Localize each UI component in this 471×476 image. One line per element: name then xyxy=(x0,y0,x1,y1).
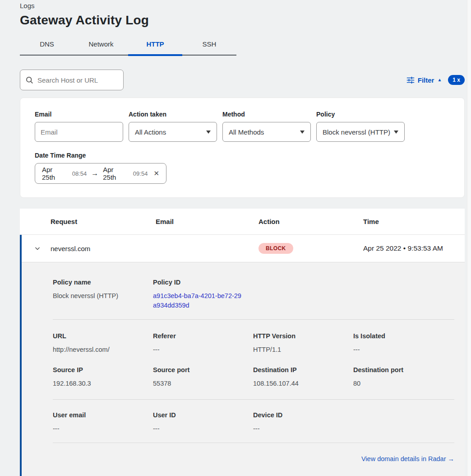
detail-value: HTTP/1.1 xyxy=(253,345,353,355)
filter-sliders-icon xyxy=(406,77,415,84)
detail-value: --- xyxy=(253,424,353,434)
row-details-panel: Policy name Block neverssl (HTTP) Policy… xyxy=(22,262,465,476)
detail-value: --- xyxy=(153,345,253,355)
search-box[interactable] xyxy=(20,70,124,90)
tab-network[interactable]: Network xyxy=(74,35,128,55)
table-row[interactable]: neverssl.com BLOCK Apr 25 2022 • 9:53:53… xyxy=(22,235,465,262)
detail-label: Policy name xyxy=(53,279,153,286)
action-taken-label: Action taken xyxy=(129,111,217,118)
policy-id-link[interactable]: a91c3eb4-ba7a-4201-be72-29a934dd359d xyxy=(153,291,243,310)
arrow-right-icon: → xyxy=(91,169,98,177)
detail-value: 108.156.107.44 xyxy=(253,379,353,388)
page-scrollbar[interactable] xyxy=(467,0,471,476)
detail-label: HTTP Version xyxy=(253,332,353,340)
detail-value: --- xyxy=(153,424,253,434)
caret-up-icon: ▲ xyxy=(437,78,442,82)
user-section: User email --- User ID --- Device ID --- xyxy=(53,400,454,434)
filter-field-action-taken: Action taken All Actions xyxy=(129,111,217,142)
filter-panel: Email Action taken All Actions Method Al… xyxy=(20,98,465,198)
detail-value: 192.168.30.3 xyxy=(53,379,153,388)
block-status-badge: BLOCK xyxy=(259,243,293,254)
column-header-email: Email xyxy=(156,218,259,225)
clear-date-range-icon[interactable]: ✕ xyxy=(153,169,159,177)
detail-value: --- xyxy=(353,345,454,355)
detail-field-source-port: Source port 55378 xyxy=(153,366,253,388)
row-time-cell: Apr 25 2022 • 9:53:53 AM xyxy=(363,244,465,252)
policy-select[interactable]: Block neverssl (HTTP) xyxy=(316,122,405,142)
filter-count-badge[interactable]: 1 x xyxy=(448,75,465,85)
detail-label: User ID xyxy=(153,411,253,419)
row-action-cell: BLOCK xyxy=(259,243,363,254)
action-taken-value: All Actions xyxy=(135,128,166,136)
filter-field-date-range: Date Time Range Apr 25th 08:54 → Apr 25t… xyxy=(35,152,450,184)
filter-field-email: Email xyxy=(35,111,123,142)
detail-field-destination-port: Destination port 80 xyxy=(353,366,454,388)
page-content: Logs Gateway Activity Log DNS Network HT… xyxy=(0,0,471,476)
detail-value: --- xyxy=(53,424,153,434)
chevron-down-icon xyxy=(206,131,211,134)
row-expand-toggle[interactable] xyxy=(22,245,51,252)
tab-bar: DNS Network HTTP SSH xyxy=(20,35,236,56)
detail-field-destination-ip: Destination IP 108.156.107.44 xyxy=(253,366,353,388)
detail-label: URL xyxy=(53,332,153,340)
column-header-request: Request xyxy=(51,218,156,225)
page-title: Gateway Activity Log xyxy=(20,13,465,28)
detail-label: Source IP xyxy=(53,366,153,373)
detail-field-user-email: User email --- xyxy=(53,411,153,434)
detail-label: Destination port xyxy=(353,366,454,373)
start-date: Apr 25th xyxy=(42,166,68,181)
detail-field-policy-name: Policy name Block neverssl (HTTP) xyxy=(53,279,153,310)
filter-fields-row: Email Action taken All Actions Method Al… xyxy=(35,111,450,142)
chevron-down-icon xyxy=(34,245,41,252)
request-section: URL http://neverssl.com/ Referer --- HTT… xyxy=(53,320,454,355)
filter-field-policy: Policy Block neverssl (HTTP) xyxy=(316,111,405,142)
breadcrumb: Logs xyxy=(20,0,465,9)
search-icon xyxy=(26,76,33,84)
date-range-picker[interactable]: Apr 25th 08:54 → Apr 25th 09:54 ✕ xyxy=(35,163,166,184)
network-section: Source IP 192.168.30.3 Source port 55378… xyxy=(53,355,454,388)
detail-value: Block neverssl (HTTP) xyxy=(53,291,153,301)
filter-field-method: Method All Methods xyxy=(222,111,311,142)
detail-value: http://neverssl.com/ xyxy=(53,345,153,355)
method-value: All Methods xyxy=(229,128,264,136)
detail-label: Referer xyxy=(153,332,253,340)
chevron-down-icon xyxy=(300,131,305,134)
detail-field-user-id: User ID --- xyxy=(153,411,253,434)
filter-label: Filter xyxy=(418,76,434,84)
tab-dns[interactable]: DNS xyxy=(20,35,74,55)
filter-controls: Filter ▲ 1 x xyxy=(406,75,465,85)
search-filter-row: Filter ▲ 1 x xyxy=(20,70,465,90)
date-range-label: Date Time Range xyxy=(35,152,450,159)
policy-value: Block neverssl (HTTP) xyxy=(323,128,390,136)
chevron-down-icon xyxy=(394,131,398,134)
tab-http[interactable]: HTTP xyxy=(128,35,182,55)
end-date: Apr 25th xyxy=(103,166,129,181)
end-time: 09:54 xyxy=(133,170,148,177)
detail-value: 80 xyxy=(353,379,454,388)
policy-section: Policy name Block neverssl (HTTP) Policy… xyxy=(53,279,454,310)
detail-label: Policy ID xyxy=(153,279,253,286)
detail-field-is-isolated: Is Isolated --- xyxy=(353,332,454,355)
detail-field-referer: Referer --- xyxy=(153,332,253,355)
filter-toggle-button[interactable]: Filter ▲ xyxy=(406,76,442,84)
email-filter-input[interactable] xyxy=(35,122,123,142)
detail-label: Is Isolated xyxy=(353,332,454,340)
detail-label: User email xyxy=(53,411,153,419)
detail-label: Source port xyxy=(153,366,253,373)
detail-field-source-ip: Source IP 192.168.30.3 xyxy=(53,366,153,388)
detail-label: Device ID xyxy=(253,411,353,419)
policy-label: Policy xyxy=(316,111,405,118)
detail-field-url: URL http://neverssl.com/ xyxy=(53,332,153,355)
start-time: 08:54 xyxy=(72,170,87,177)
column-header-time: Time xyxy=(363,218,465,225)
detail-field-http-version: HTTP Version HTTP/1.1 xyxy=(253,332,353,355)
tab-ssh[interactable]: SSH xyxy=(182,35,236,55)
expanded-row-wrapper: neverssl.com BLOCK Apr 25 2022 • 9:53:53… xyxy=(20,235,465,476)
search-input[interactable] xyxy=(37,76,127,84)
method-select[interactable]: All Methods xyxy=(222,122,311,142)
view-domain-details-link[interactable]: View domain details in Radar → xyxy=(361,455,454,462)
column-header-action: Action xyxy=(259,218,363,225)
action-taken-select[interactable]: All Actions xyxy=(129,122,217,142)
detail-field-policy-id: Policy ID a91c3eb4-ba7a-4201-be72-29a934… xyxy=(153,279,253,310)
detail-value: 55378 xyxy=(153,379,253,388)
